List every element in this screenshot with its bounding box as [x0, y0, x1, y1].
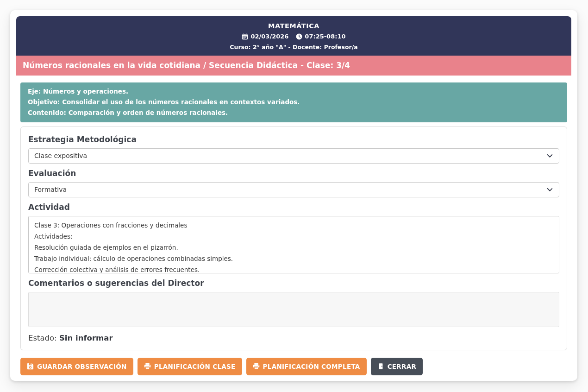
actividad-textarea[interactable]: Clase 3: Operaciones con fracciones y de…	[28, 216, 559, 273]
lesson-title: Números racionales en la vida cotidiana …	[23, 61, 350, 70]
class-header: MATEMÁTICA 02/03/	[16, 16, 571, 56]
planificacion-clase-button[interactable]: PLANIFICACIÓN CLASE	[138, 358, 242, 375]
printer-icon	[253, 363, 260, 370]
guardar-observacion-label: GUARDAR OBSERVACIÓN	[37, 363, 127, 370]
time-item: 07:25-08:10	[296, 33, 345, 40]
comentarios-textarea[interactable]	[28, 292, 559, 327]
save-icon	[27, 363, 34, 370]
planificacion-completa-button[interactable]: PLANIFICACIÓN COMPLETA	[246, 358, 367, 375]
calendar-icon	[242, 33, 248, 40]
estado-label: Estado:	[28, 334, 57, 342]
evaluacion-select-wrap: Formativa	[28, 182, 559, 197]
estrategia-select-wrap: Clase expositiva	[28, 148, 559, 164]
curriculum-infobox: Eje: Números y operaciones. Objetivo: Co…	[20, 82, 567, 122]
estrategia-select[interactable]: Clase expositiva	[28, 148, 559, 164]
door-exit-icon	[377, 363, 384, 370]
cerrar-label: CERRAR	[388, 363, 417, 370]
actividad-label: Actividad	[28, 202, 559, 212]
class-time: 07:25-08:10	[305, 33, 345, 40]
observation-card: MATEMÁTICA 02/03/	[10, 10, 577, 381]
class-date: 02/03/2026	[250, 33, 288, 40]
objetivo-line: Objetivo: Consolidar el uso de los númer…	[28, 97, 560, 107]
evaluacion-select[interactable]: Formativa	[28, 182, 559, 197]
estado-value: Sin informar	[59, 334, 113, 342]
action-bar: GUARDAR OBSERVACIÓN PLANIFICACIÓN CLASE	[16, 358, 571, 375]
subject-title: MATEMÁTICA	[21, 22, 567, 30]
printer-icon	[144, 363, 151, 370]
evaluacion-label: Evaluación	[28, 169, 559, 178]
estado-row: Estado: Sin informar	[28, 334, 559, 342]
guardar-observacion-button[interactable]: GUARDAR OBSERVACIÓN	[20, 358, 133, 375]
planificacion-completa-label: PLANIFICACIÓN COMPLETA	[263, 363, 360, 370]
clock-icon	[296, 33, 302, 40]
planificacion-clase-label: PLANIFICACIÓN CLASE	[154, 363, 236, 370]
estrategia-label: Estrategia Metodológica	[28, 135, 559, 144]
cerrar-button[interactable]: CERRAR	[371, 358, 423, 375]
card-body: Eje: Números y operaciones. Objetivo: Co…	[16, 82, 571, 350]
eje-line: Eje: Números y operaciones.	[28, 86, 560, 97]
course-line: Curso: 2° año "A" - Docente: Profesor/a	[21, 44, 567, 51]
observation-form: Estrategia Metodológica Clase expositiva…	[20, 126, 567, 350]
lesson-banner: Números racionales en la vida cotidiana …	[16, 56, 571, 76]
date-item: 02/03/2026	[242, 33, 288, 40]
contenido-line: Contenido: Comparación y orden de número…	[28, 107, 560, 118]
comentarios-label: Comentarios o sugerencias del Director	[28, 278, 559, 288]
header-meta: 02/03/2026 07:25-08:10	[21, 33, 567, 40]
